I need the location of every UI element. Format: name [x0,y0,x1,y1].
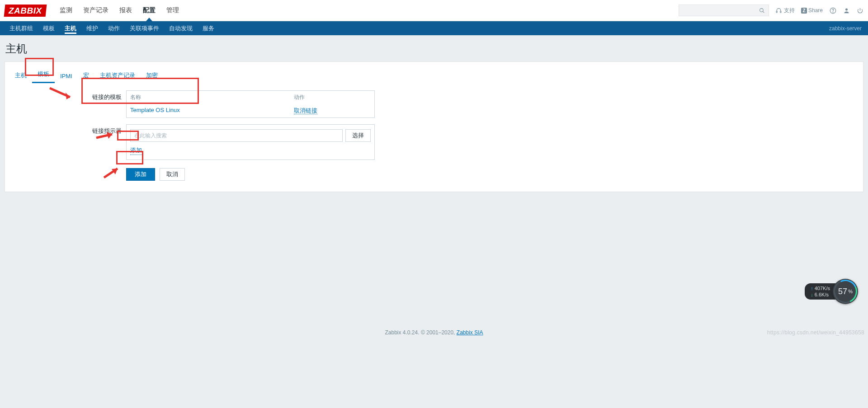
svg-line-1 [763,11,764,13]
nav-administration[interactable]: 管理 [161,0,184,21]
global-search[interactable] [679,5,769,16]
svg-point-6 [845,8,848,10]
footer-company-link[interactable]: Zabbix SIA [457,329,483,336]
page-title: 主机 [0,35,868,61]
search-input[interactable] [682,7,759,14]
panel: 主机 模板 IPMI 宏 主机资产记录 加密 链接的模板 名称 动作 Templ… [5,61,863,192]
form-area: 链接的模板 名称 动作 Template OS Linux 取消链接 链接指示器 [5,83,863,192]
top-right: 支持 Z Share [679,5,863,16]
template-search-input[interactable] [130,129,343,142]
submit-button[interactable]: 添加 [126,168,155,181]
nav-inventory[interactable]: 资产记录 [78,0,114,21]
nav-configuration[interactable]: 配置 [137,0,161,21]
z-icon: Z [801,8,807,14]
upload-speed: 407K/s [811,285,830,291]
link-indicator-label: 链接指示器 [9,124,126,135]
download-speed: 6.6K/s [811,291,830,298]
support-link[interactable]: 支持 [775,7,795,14]
tab-ipmi[interactable]: IPMI [55,70,78,83]
form-actions: 添加 取消 [9,168,859,181]
support-label: 支持 [784,7,795,14]
subnav-discovery[interactable]: 自动发现 [164,21,198,35]
nav-reports[interactable]: 报表 [114,0,137,21]
unlink-link[interactable]: 取消链接 [294,107,317,114]
share-label: Share [808,7,823,14]
subnav-services[interactable]: 服务 [198,21,219,35]
top-nav: 监测 资产记录 报表 配置 管理 [54,0,184,21]
tab-templates[interactable]: 模板 [32,67,55,83]
network-percent: 57 [838,287,847,296]
network-percent-circle[interactable]: 57% [833,279,858,304]
subnav-templates[interactable]: 模板 [38,21,60,35]
select-button[interactable]: 选择 [345,129,371,142]
footer-version: Zabbix 4.0.24. © 2001–2020, [385,329,457,336]
help-icon[interactable] [829,7,836,14]
link-indicator-box: 选择 添加 [126,124,375,160]
template-name-link[interactable]: Template OS Linux [130,107,294,115]
subnav-correlation[interactable]: 关联项事件 [125,21,164,35]
share-link[interactable]: Z Share [801,7,823,14]
svg-rect-2 [777,11,778,12]
tpl-col-action-header: 动作 [294,94,371,101]
tab-encryption[interactable]: 加密 [141,69,163,83]
tab-macros[interactable]: 宏 [78,69,94,83]
linked-templates-table: 名称 动作 Template OS Linux 取消链接 [126,90,375,118]
subnav-maintenance[interactable]: 维护 [81,21,103,35]
tab-bar: 主机 模板 IPMI 宏 主机资产记录 加密 [5,62,863,83]
subnav-hosts[interactable]: 主机 [60,21,81,35]
svg-point-0 [760,8,764,12]
sub-nav: 主机群组 模板 主机 维护 动作 关联项事件 自动发现 服务 zabbix-se… [0,21,868,35]
nav-monitoring[interactable]: 监测 [54,0,78,21]
cancel-button[interactable]: 取消 [160,168,185,181]
tab-host[interactable]: 主机 [9,69,32,83]
svg-point-5 [833,12,833,12]
power-icon[interactable] [856,7,863,14]
tpl-col-name-header: 名称 [130,94,294,101]
watermark: https://blog.csdn.net/weixin_44953658 [767,329,864,336]
linked-templates-label: 链接的模板 [9,90,126,101]
add-template-link[interactable]: 添加 [130,146,142,155]
server-label: zabbix-server [829,25,863,32]
search-icon[interactable] [759,7,766,14]
user-icon[interactable] [843,7,850,14]
link-indicator-row: 链接指示器 选择 添加 [9,124,859,160]
footer: Zabbix 4.0.24. © 2001–2020, Zabbix SIA [0,329,868,336]
headset-icon [775,7,783,14]
network-percent-unit: % [848,289,853,294]
svg-rect-3 [780,11,781,12]
logo[interactable]: ZABBIX [4,5,47,17]
topbar: ZABBIX 监测 资产记录 报表 配置 管理 支持 Z Share [0,0,868,21]
linked-templates-row: 链接的模板 名称 动作 Template OS Linux 取消链接 [9,90,859,118]
tab-inventory[interactable]: 主机资产记录 [94,69,141,83]
subnav-actions[interactable]: 动作 [103,21,125,35]
subnav-host-groups[interactable]: 主机群组 [5,21,38,35]
table-row: Template OS Linux 取消链接 [127,104,374,117]
network-widget: 407K/s 6.6K/s 57% [805,279,858,304]
